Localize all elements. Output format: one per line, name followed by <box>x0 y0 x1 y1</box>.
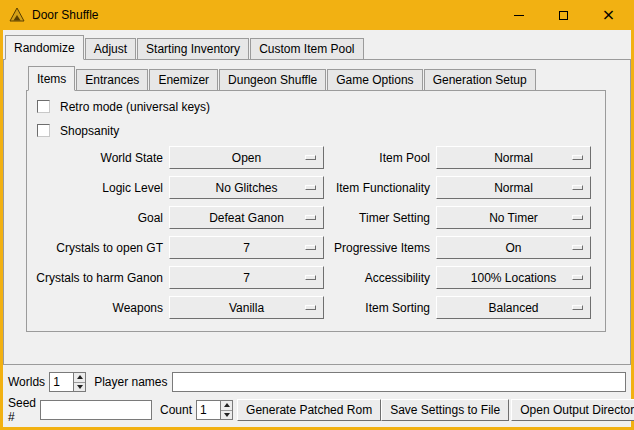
dropdown-indicator-icon <box>572 245 583 250</box>
tab-dungeon-shuffle[interactable]: Dungeon Shuffle <box>219 69 326 91</box>
inner-notebook: Items Entrances Enemizer Dungeon Shuffle… <box>26 66 606 332</box>
dropdown-indicator-icon <box>572 215 583 220</box>
retro-mode-checkbox[interactable]: Retro mode (universal keys) <box>37 97 605 116</box>
shopsanity-checkbox[interactable]: Shopsanity <box>37 121 605 140</box>
dropdown-indicator-icon <box>305 305 316 310</box>
spin-up-icon <box>77 375 83 379</box>
world-state-label: World State <box>27 151 163 165</box>
seed-row: Seed # Count Generate Patched Rom Save S… <box>8 399 626 421</box>
main-tab-bar: Randomize Adjust Starting Inventory Cust… <box>3 35 631 59</box>
player-names-input[interactable] <box>172 372 627 392</box>
spin-up-icon <box>224 403 230 407</box>
count-label: Count <box>160 403 192 417</box>
seed-label: Seed # <box>8 396 36 424</box>
worlds-spin-up-button[interactable] <box>74 373 85 382</box>
tab-entrances[interactable]: Entrances <box>76 69 148 91</box>
randomize-pane: Items Entrances Enemizer Dungeon Shuffle… <box>3 59 631 365</box>
count-spin-down-button[interactable] <box>221 410 232 420</box>
dropdown-indicator-icon <box>305 215 316 220</box>
timer-setting-dropdown[interactable]: No Timer <box>436 206 591 229</box>
worlds-spinbox[interactable] <box>49 372 86 392</box>
dropdown-indicator-icon <box>572 275 583 280</box>
checkbox-group: Retro mode (universal keys) Shopsanity <box>27 91 605 140</box>
count-input[interactable] <box>197 401 220 419</box>
spin-down-icon <box>77 385 83 389</box>
item-pool-dropdown[interactable]: Normal <box>436 146 591 169</box>
titlebar: Door Shuffle × <box>3 0 631 30</box>
accessibility-dropdown[interactable]: 100% Locations <box>436 266 591 289</box>
dropdown-indicator-icon <box>305 275 316 280</box>
app-icon <box>9 7 25 23</box>
logic-level-label: Logic Level <box>27 181 163 195</box>
logic-level-dropdown[interactable]: No Glitches <box>169 176 324 199</box>
close-button[interactable]: × <box>586 0 631 30</box>
dropdown-indicator-icon <box>305 155 316 160</box>
dropdown-indicator-icon <box>305 245 316 250</box>
count-spin-buttons <box>220 401 232 419</box>
item-pool-label: Item Pool <box>330 151 430 165</box>
tab-randomize[interactable]: Randomize <box>5 35 84 60</box>
tab-custom-item-pool[interactable]: Custom Item Pool <box>250 38 363 60</box>
close-icon: × <box>602 7 615 23</box>
progressive-items-label: Progressive Items <box>330 241 430 255</box>
minimize-icon <box>514 15 524 16</box>
sub-tab-bar: Items Entrances Enemizer Dungeon Shuffle… <box>26 66 606 90</box>
accessibility-label: Accessibility <box>330 271 430 285</box>
item-functionality-label: Item Functionality <box>330 181 430 195</box>
window-content: Randomize Adjust Starting Inventory Cust… <box>3 30 631 365</box>
tab-starting-inventory[interactable]: Starting Inventory <box>137 38 249 60</box>
world-state-dropdown[interactable]: Open <box>169 146 324 169</box>
maximize-icon <box>559 11 568 20</box>
tab-game-options[interactable]: Game Options <box>327 69 422 91</box>
worlds-spin-buttons <box>73 373 85 391</box>
app-window: Door Shuffle × Randomize Adjust Starting… <box>0 0 634 430</box>
tab-items[interactable]: Items <box>28 66 75 91</box>
weapons-dropdown[interactable]: Vanilla <box>169 296 324 319</box>
item-sorting-dropdown[interactable]: Balanced <box>436 296 591 319</box>
tab-generation-setup[interactable]: Generation Setup <box>424 69 536 91</box>
retro-mode-checkbox-box[interactable] <box>37 100 50 113</box>
open-output-button[interactable]: Open Output Directory <box>511 399 634 421</box>
worlds-spin-down-button[interactable] <box>74 382 85 392</box>
items-pane: Retro mode (universal keys) Shopsanity W… <box>26 90 606 332</box>
timer-setting-label: Timer Setting <box>330 211 430 225</box>
crystals-open-gt-dropdown[interactable]: 7 <box>169 236 324 259</box>
seed-input[interactable] <box>40 400 152 420</box>
crystals-open-gt-label: Crystals to open GT <box>27 241 163 255</box>
goal-dropdown[interactable]: Defeat Ganon <box>169 206 324 229</box>
minimize-button[interactable] <box>496 0 541 30</box>
tab-adjust[interactable]: Adjust <box>85 38 136 60</box>
window-title: Door Shuffle <box>32 8 496 22</box>
worlds-label: Worlds <box>8 375 45 389</box>
goal-label: Goal <box>27 211 163 225</box>
options-grid: World State Open Item Pool Normal Logic … <box>27 146 605 319</box>
tab-enemizer[interactable]: Enemizer <box>149 69 218 91</box>
count-spinbox[interactable] <box>196 400 233 420</box>
player-names-label: Player names <box>94 375 167 389</box>
shopsanity-label: Shopsanity <box>60 124 119 138</box>
worlds-input[interactable] <box>50 373 73 391</box>
spin-down-icon <box>224 413 230 417</box>
dropdown-indicator-icon <box>572 155 583 160</box>
count-spin-up-button[interactable] <box>221 401 232 410</box>
dropdown-indicator-icon <box>305 185 316 190</box>
item-sorting-label: Item Sorting <box>330 301 430 315</box>
generate-patched-rom-button[interactable]: Generate Patched Rom <box>237 399 381 421</box>
retro-mode-label: Retro mode (universal keys) <box>60 100 210 114</box>
worlds-row: Worlds Player names <box>8 371 626 393</box>
bottom-panel: Worlds Player names Seed # Count <box>3 365 631 427</box>
dropdown-indicator-icon <box>572 185 583 190</box>
shopsanity-checkbox-box[interactable] <box>37 124 50 137</box>
save-settings-button[interactable]: Save Settings to File <box>381 399 509 421</box>
dropdown-indicator-icon <box>572 305 583 310</box>
weapons-label: Weapons <box>27 301 163 315</box>
crystals-harm-ganon-label: Crystals to harm Ganon <box>27 271 163 285</box>
progressive-items-dropdown[interactable]: On <box>436 236 591 259</box>
crystals-harm-ganon-dropdown[interactable]: 7 <box>169 266 324 289</box>
item-functionality-dropdown[interactable]: Normal <box>436 176 591 199</box>
maximize-button[interactable] <box>541 0 586 30</box>
